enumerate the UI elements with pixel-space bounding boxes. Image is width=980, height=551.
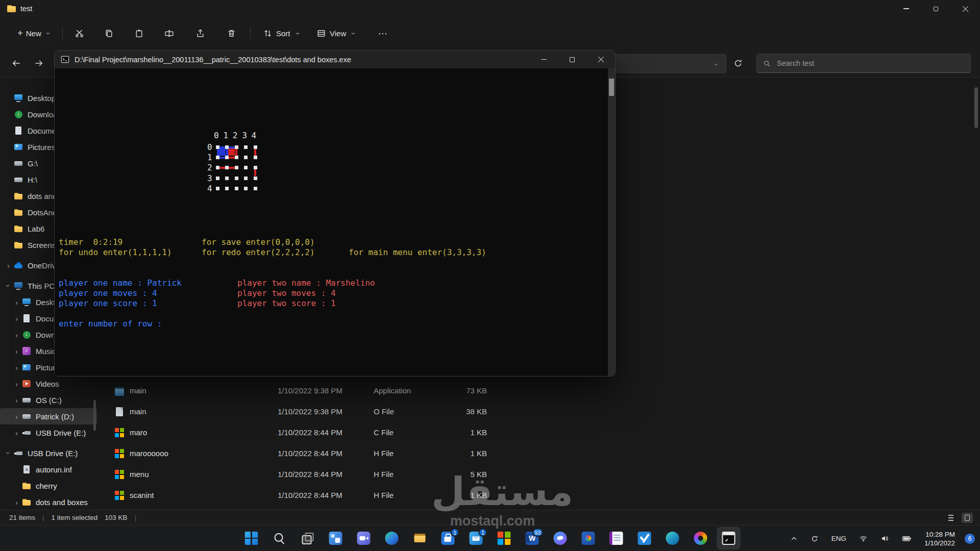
window-scrollbar[interactable] <box>974 87 978 128</box>
rename-button[interactable] <box>159 24 179 42</box>
sort-icon <box>263 29 273 38</box>
console-maximize-button[interactable] <box>558 51 586 68</box>
taskbar-button-task-view[interactable] <box>297 528 319 549</box>
copy-button[interactable] <box>99 24 119 42</box>
paste-button[interactable] <box>129 24 149 42</box>
file-row-maroooooo[interactable]: maroooooo 1/10/2022 8:44 PM H File 1 KB <box>100 443 973 464</box>
chevron-icon[interactable] <box>12 346 21 356</box>
file-row[interactable] <box>100 506 973 510</box>
file-row-main[interactable]: main 1/10/2022 9:38 PM Application 73 KB <box>100 380 973 401</box>
sidebar-item[interactable]: Videos <box>0 375 97 392</box>
music-icon <box>22 346 31 356</box>
chevron-icon[interactable] <box>12 363 21 372</box>
search-input[interactable] <box>776 59 964 68</box>
volume-button[interactable] <box>877 534 892 543</box>
sidebar-item[interactable]: OS (C:) <box>0 392 97 408</box>
chevron-up-icon <box>790 535 798 542</box>
hidden-icons-button[interactable] <box>787 534 801 543</box>
sidebar-item[interactable]: Patrick (D:) <box>0 408 97 424</box>
minimize-button[interactable] <box>891 0 921 17</box>
back-button[interactable] <box>7 54 26 72</box>
messenger-icon <box>554 532 567 545</box>
notification-count-badge[interactable]: 6 <box>965 534 975 544</box>
chevron-icon[interactable] <box>4 449 13 458</box>
delete-button[interactable] <box>221 24 241 42</box>
taskbar-button-store[interactable]: 1 <box>437 528 459 549</box>
taskbar-button-photos[interactable] <box>577 528 600 549</box>
taskbar-button-edge[interactable] <box>381 528 403 549</box>
sidebar-item[interactable]: USB Drive (E:) <box>0 424 97 441</box>
new-button[interactable]: + New <box>16 24 52 42</box>
console-scrollbar[interactable] <box>608 68 615 377</box>
network-button[interactable] <box>856 534 871 543</box>
chevron-icon[interactable] <box>4 261 13 270</box>
chevron-icon[interactable] <box>12 497 21 507</box>
file-row-menu[interactable]: menu 1/10/2022 8:44 PM H File 5 KB <box>100 464 973 485</box>
chevron-icon[interactable] <box>4 282 13 290</box>
taskbar-button-notes[interactable] <box>605 528 628 549</box>
taskbar-button-edge-dev[interactable] <box>662 528 684 549</box>
restore-button[interactable] <box>921 0 950 17</box>
rename-icon <box>164 29 174 38</box>
document-icon <box>14 126 23 135</box>
file-row-scanint[interactable]: scanint 1/10/2022 8:44 PM H File 1 KB <box>100 485 973 506</box>
details-view-button[interactable] <box>945 513 957 523</box>
taskbar-button-word[interactable]: W 93 <box>521 528 544 549</box>
board-line <box>226 148 228 156</box>
cut-button[interactable] <box>69 24 89 42</box>
chevron-icon[interactable] <box>12 428 21 437</box>
chevron-icon[interactable] <box>12 330 21 339</box>
large-icons-view-button[interactable] <box>962 513 973 523</box>
chevron-icon[interactable] <box>12 297 21 307</box>
file-size: 73 KB <box>453 386 487 395</box>
notification-badge: 1 <box>479 528 487 537</box>
sort-button[interactable]: Sort <box>258 24 305 42</box>
taskbar-button-vscode[interactable] <box>633 528 656 549</box>
taskbar-button-search[interactable] <box>268 528 291 549</box>
taskbar-button-office[interactable] <box>493 528 516 549</box>
share-button[interactable] <box>190 24 210 42</box>
taskbar-button-terminal[interactable] <box>718 528 740 549</box>
status-separator: | <box>42 514 44 521</box>
console-titlebar[interactable]: D:\Final Project\marshelino__20011136__p… <box>55 51 615 68</box>
close-button[interactable] <box>950 0 980 17</box>
taskbar-button-chat[interactable] <box>353 528 375 549</box>
forward-button[interactable] <box>30 54 48 72</box>
address-dropdown-button[interactable] <box>710 59 722 70</box>
chevron-icon[interactable] <box>12 412 21 421</box>
explorer-titlebar[interactable]: test <box>0 0 980 17</box>
file-row-main[interactable]: main 1/10/2022 9:38 PM O File 38 KB <box>100 401 973 422</box>
taskbar-button-messenger[interactable] <box>549 528 572 549</box>
update-status-button[interactable] <box>807 534 822 543</box>
chevron-icon[interactable] <box>12 314 21 323</box>
console-title: D:\Final Project\marshelino__20011136__p… <box>75 56 351 64</box>
volume-icon <box>880 534 889 543</box>
sidebar-scrollbar[interactable] <box>93 400 96 431</box>
taskbar-button-mail[interactable]: 1 <box>465 528 487 549</box>
taskbar-button-file-explorer[interactable] <box>409 528 431 549</box>
sort-button-label: Sort <box>276 29 290 38</box>
more-options-button[interactable]: ⋯ <box>372 24 394 42</box>
console-minimize-button[interactable] <box>529 51 558 68</box>
taskbar-button-widgets[interactable] <box>325 528 347 549</box>
sidebar-item[interactable]: autorun.inf <box>0 461 97 478</box>
view-button[interactable]: View <box>311 24 360 42</box>
sidebar-item[interactable]: dots and boxes <box>0 494 97 510</box>
sidebar-item[interactable]: cherry <box>0 478 97 494</box>
chevron-icon[interactable] <box>12 395 21 405</box>
language-indicator[interactable]: ENG <box>828 534 849 543</box>
file-row-maro[interactable]: maro 1/10/2022 8:44 PM C File 1 KB <box>100 422 973 443</box>
battery-button[interactable] <box>899 533 915 544</box>
taskbar-button-start[interactable] <box>240 528 263 549</box>
taskbar-button-paint[interactable] <box>690 528 712 549</box>
console-close-button[interactable] <box>586 51 615 68</box>
refresh-button[interactable] <box>729 54 747 72</box>
console-scrollbar-thumb[interactable] <box>609 79 614 96</box>
board-line <box>228 146 235 148</box>
file-type: C File <box>374 428 453 437</box>
chevron-icon[interactable] <box>12 379 21 388</box>
clock[interactable]: 10:28 PM 1/10/2022 <box>921 530 958 548</box>
chevron-down-icon <box>714 61 719 68</box>
sidebar-item[interactable]: USB Drive (E:) <box>0 445 97 461</box>
chevron-down-icon <box>44 29 50 38</box>
